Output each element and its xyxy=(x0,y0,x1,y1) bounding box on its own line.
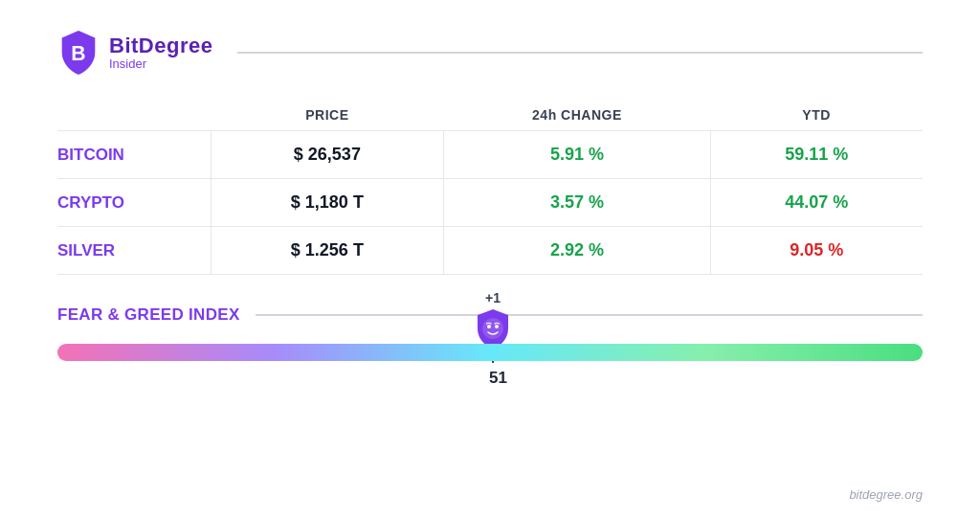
table-row: BITCOIN $ 26,537 5.91 % 59.11 % xyxy=(57,131,923,179)
svg-point-1 xyxy=(482,318,503,339)
logo-icon: B xyxy=(57,29,100,77)
logo-text: BitDegree Insider xyxy=(109,34,212,71)
row-label-0: BITCOIN xyxy=(57,131,211,179)
fg-divider xyxy=(256,314,923,316)
fg-value: 51 xyxy=(489,369,507,388)
row-change-0: 5.91 % xyxy=(444,131,710,179)
row-label-2: SILVER xyxy=(57,227,211,275)
col-ytd: YTD xyxy=(710,100,923,131)
svg-text:B: B xyxy=(71,42,85,64)
svg-point-3 xyxy=(495,325,499,328)
row-ytd-0: 59.11 % xyxy=(710,131,923,179)
row-price-1: $ 1,180 T xyxy=(211,179,444,227)
logo-title: BitDegree xyxy=(109,34,212,57)
fg-delta: +1 xyxy=(485,290,501,305)
footer-url: bitdegree.org xyxy=(849,487,923,502)
row-ytd-1: 44.07 % xyxy=(710,179,923,227)
row-price-2: $ 1.256 T xyxy=(211,227,444,275)
fg-title: FEAR & GREED INDEX xyxy=(57,305,240,325)
fg-gauge: +1 51 xyxy=(57,344,923,361)
table-row: SILVER $ 1.256 T 2.92 % 9.05 % xyxy=(57,227,923,275)
row-change-1: 3.57 % xyxy=(444,179,710,227)
row-ytd-2: 9.05 % xyxy=(710,227,923,275)
row-price-0: $ 26,537 xyxy=(211,131,444,179)
col-change: 24h CHANGE xyxy=(444,100,710,131)
price-table: PRICE 24h CHANGE YTD BITCOIN $ 26,537 5.… xyxy=(57,100,923,275)
fg-bar xyxy=(57,344,923,361)
main-container: B BitDegree Insider PRICE 24h CHANGE YTD… xyxy=(0,0,980,519)
col-empty xyxy=(57,100,211,131)
logo: B BitDegree Insider xyxy=(57,29,212,77)
header-divider xyxy=(237,52,923,54)
header: B BitDegree Insider xyxy=(57,29,923,77)
logo-subtitle: Insider xyxy=(109,57,212,71)
svg-point-2 xyxy=(487,325,491,328)
fear-greed-section: FEAR & GREED INDEX +1 xyxy=(57,305,923,361)
row-label-1: CRYPTO xyxy=(57,179,211,227)
row-change-2: 2.92 % xyxy=(444,227,710,275)
col-price: PRICE xyxy=(211,100,444,131)
table-row: CRYPTO $ 1,180 T 3.57 % 44.07 % xyxy=(57,179,923,227)
